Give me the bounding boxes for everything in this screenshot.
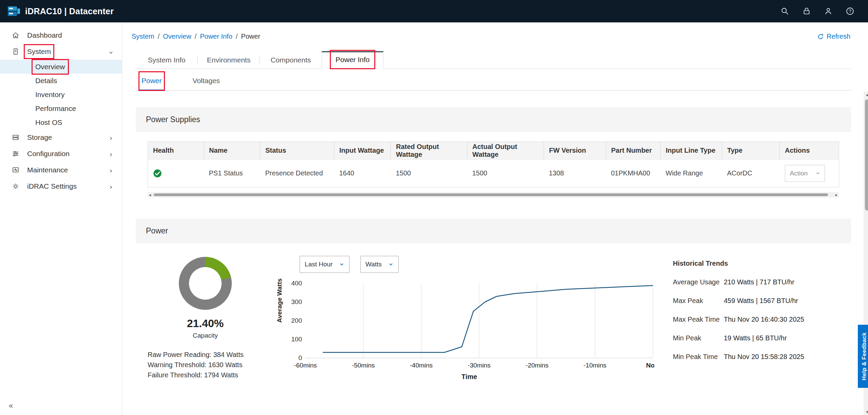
power-chart-area: Average Watts Last Hour Watts bbox=[275, 243, 654, 413]
chart-y-axis-label: Average Watts bbox=[275, 250, 284, 352]
sidebar-item-idrac-settings[interactable]: iDRAC Settings bbox=[0, 178, 122, 194]
svg-text:-30mins: -30mins bbox=[468, 362, 491, 369]
sidebar-item-host-os[interactable]: Host OS bbox=[0, 115, 122, 129]
capacity-label: Capacity bbox=[148, 332, 263, 339]
search-icon[interactable] bbox=[780, 7, 789, 16]
unit-select[interactable]: Watts bbox=[360, 256, 399, 273]
power-title: Power bbox=[136, 219, 851, 243]
gear-icon bbox=[12, 182, 20, 190]
svg-text:0: 0 bbox=[298, 354, 302, 361]
chevron-right-icon bbox=[108, 167, 114, 173]
sidebar-item-storage[interactable]: Storage bbox=[0, 129, 122, 146]
sidebar-item-system[interactable]: System bbox=[0, 43, 122, 60]
chevron-right-icon bbox=[108, 135, 114, 140]
capacity-donut bbox=[179, 257, 232, 310]
historical-trends-title: Historical Trends bbox=[673, 260, 831, 267]
trend-row: Max Peak Time Thu Nov 20 16:40:30 2025 bbox=[673, 316, 831, 323]
action-dropdown[interactable]: Action bbox=[785, 165, 825, 182]
svg-text:100: 100 bbox=[291, 336, 302, 343]
sidebar-item-inventory[interactable]: Inventory bbox=[0, 88, 122, 101]
tab-power-info[interactable]: Power Info bbox=[322, 51, 383, 69]
sidebar-item-maintenance[interactable]: Maintenance bbox=[0, 162, 122, 178]
tab-components[interactable]: Components bbox=[260, 52, 322, 69]
col-type: Type bbox=[722, 142, 780, 159]
svg-text:?: ? bbox=[849, 8, 851, 14]
tab-system-info[interactable]: System Info bbox=[136, 52, 197, 69]
sidebar-item-performance[interactable]: Performance bbox=[0, 101, 122, 115]
v-scroll-thumb[interactable] bbox=[865, 99, 868, 210]
col-name: Name bbox=[204, 142, 260, 159]
power-supplies-title: Power Supplies bbox=[136, 107, 851, 132]
sidebar-item-details[interactable]: Details bbox=[0, 74, 122, 88]
help-feedback-tab[interactable]: Help & Feedback bbox=[858, 325, 868, 388]
h-scroll-track[interactable] bbox=[152, 192, 834, 197]
main-content: System / Overview / Power Info / Power R… bbox=[122, 22, 868, 415]
capacity-gauge: 21.40% Capacity Raw Power Reading: 384 W… bbox=[136, 243, 275, 413]
col-fw-version: FW Version bbox=[544, 142, 606, 159]
sidebar-item-label: iDRAC Settings bbox=[27, 182, 77, 190]
chevron-right-icon bbox=[108, 151, 114, 156]
idrac-logo-icon bbox=[7, 5, 20, 17]
sidebar: Dashboard System Overview Details bbox=[0, 22, 122, 415]
tab-environments[interactable]: Environments bbox=[198, 52, 260, 69]
failure-threshold: Failure Threshold: 1794 Watts bbox=[148, 370, 275, 380]
sidebar-item-configuration[interactable]: Configuration bbox=[0, 146, 122, 162]
maintenance-icon bbox=[12, 166, 20, 174]
trend-row: Average Usage 210 Watts | 717 BTU/hr bbox=[673, 278, 831, 286]
home-icon bbox=[12, 31, 20, 39]
chevron-down-icon bbox=[339, 262, 344, 267]
sidebar-collapse-button[interactable]: « bbox=[9, 401, 13, 410]
subtab-voltages[interactable]: Voltages bbox=[190, 72, 223, 91]
sidebar-item-label: Configuration bbox=[27, 150, 70, 158]
time-range-value: Last Hour bbox=[305, 261, 333, 268]
refresh-button[interactable]: Refresh bbox=[817, 33, 850, 40]
sidebar-item-dashboard[interactable]: Dashboard bbox=[0, 27, 122, 43]
refresh-label: Refresh bbox=[827, 33, 850, 40]
breadcrumb-link-system[interactable]: System bbox=[132, 33, 154, 40]
col-actions: Actions bbox=[780, 142, 839, 159]
power-line-chart: 0100200300400-60mins-50mins-40mins-30min… bbox=[284, 279, 654, 372]
sidebar-item-label: Inventory bbox=[35, 91, 64, 99]
power-supplies-section: Power Supplies Health Name bbox=[136, 107, 851, 202]
subtab-power[interactable]: Power bbox=[139, 72, 165, 91]
chevron-down-icon[interactable] bbox=[108, 49, 114, 54]
sidebar-item-label: System bbox=[27, 48, 51, 56]
svg-text:-10mins: -10mins bbox=[584, 362, 607, 369]
historical-trends: Historical Trends Average Usage 210 Watt… bbox=[654, 243, 831, 413]
svg-text:-20mins: -20mins bbox=[526, 362, 549, 369]
breadcrumb-link-power-info[interactable]: Power Info bbox=[200, 33, 232, 40]
chevron-down-icon bbox=[388, 262, 394, 267]
help-icon[interactable]: ? bbox=[846, 7, 854, 16]
health-ok-icon bbox=[153, 169, 162, 178]
breadcrumb-separator: / bbox=[236, 33, 238, 40]
scroll-right-arrow[interactable]: ► bbox=[834, 193, 839, 197]
storage-icon bbox=[12, 133, 20, 142]
trend-row: Max Peak 459 Watts | 1567 BTU/hr bbox=[673, 297, 831, 305]
col-input-line-type: Input Line Type bbox=[661, 142, 722, 159]
app-title: iDRAC10 | Datacenter bbox=[25, 6, 114, 16]
cell-health bbox=[148, 159, 204, 187]
tab-power-info-label: Power Info bbox=[336, 56, 370, 63]
chevron-down-icon bbox=[815, 171, 820, 176]
cell-rated-output: 1500 bbox=[391, 159, 467, 187]
top-bar: iDRAC10 | Datacenter ? bbox=[0, 0, 868, 22]
scroll-down-arrow[interactable]: ▼ bbox=[864, 410, 868, 414]
sidebar-item-label: Maintenance bbox=[27, 166, 68, 174]
user-icon[interactable] bbox=[824, 7, 833, 16]
scroll-left-arrow[interactable]: ◄ bbox=[148, 193, 152, 197]
horizontal-scrollbar[interactable]: ◄ ► bbox=[148, 192, 839, 197]
scroll-up-arrow[interactable]: ▲ bbox=[864, 93, 868, 97]
cell-name: PS1 Status bbox=[204, 159, 260, 187]
svg-text:-40mins: -40mins bbox=[410, 362, 433, 369]
svg-text:400: 400 bbox=[291, 280, 302, 287]
time-range-select[interactable]: Last Hour bbox=[300, 256, 350, 273]
breadcrumb-separator: / bbox=[195, 33, 197, 40]
breadcrumb-link-overview[interactable]: Overview bbox=[163, 33, 191, 40]
col-input-wattage: Input Wattage bbox=[334, 142, 391, 159]
sidebar-item-label: Storage bbox=[27, 133, 52, 142]
sidebar-item-label: Host OS bbox=[35, 118, 62, 127]
cell-input-wattage: 1640 bbox=[334, 159, 391, 187]
h-scroll-thumb[interactable] bbox=[154, 193, 828, 196]
sidebar-item-overview[interactable]: Overview bbox=[0, 60, 122, 74]
lock-icon[interactable] bbox=[802, 7, 811, 16]
